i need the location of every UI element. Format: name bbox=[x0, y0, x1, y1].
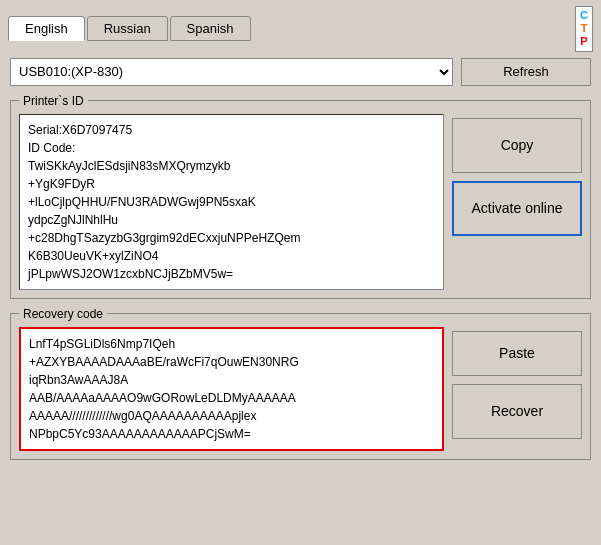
recovery-code-fieldset: Recovery code LnfT4pSGLiDls6Nmp7IQeh +AZ… bbox=[10, 307, 591, 460]
printer-select[interactable]: USB010:(XP-830) bbox=[10, 58, 453, 86]
tab-russian[interactable]: Russian bbox=[87, 16, 168, 41]
printer-id-legend: Printer`s ID bbox=[19, 94, 88, 108]
recovery-legend: Recovery code bbox=[19, 307, 107, 321]
paste-button[interactable]: Paste bbox=[452, 331, 582, 376]
logo-p: P bbox=[580, 35, 587, 48]
activate-online-button[interactable]: Activate online bbox=[452, 181, 582, 236]
printer-id-text: Serial:X6D7097475 ID Code: TwiSKkAyJclES… bbox=[19, 114, 444, 290]
logo: C T P bbox=[575, 6, 593, 52]
tab-spanish[interactable]: Spanish bbox=[170, 16, 251, 41]
recover-button[interactable]: Recover bbox=[452, 384, 582, 439]
printer-id-fieldset: Printer`s ID Serial:X6D7097475 ID Code: … bbox=[10, 94, 591, 299]
recovery-text[interactable]: LnfT4pSGLiDls6Nmp7IQeh +AZXYBAAAADAAAaBE… bbox=[19, 327, 444, 451]
refresh-button[interactable]: Refresh bbox=[461, 58, 591, 86]
tab-english[interactable]: English bbox=[8, 16, 85, 41]
logo-c: C bbox=[580, 9, 588, 22]
copy-button[interactable]: Copy bbox=[452, 118, 582, 173]
logo-t: T bbox=[581, 22, 588, 35]
